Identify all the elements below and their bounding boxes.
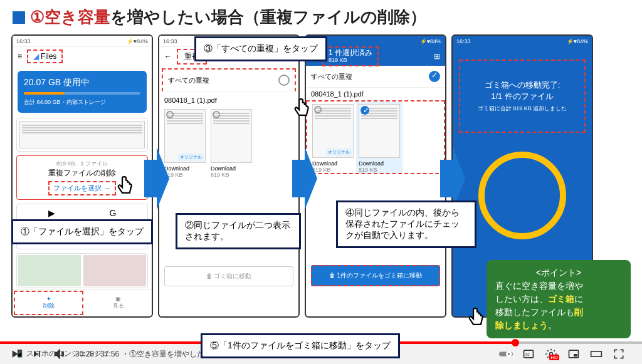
point-line-3: 移動したファイルも削: [495, 306, 622, 319]
size-label: 819 KB: [208, 172, 255, 178]
gpay-icon: G: [110, 208, 117, 218]
broom-icon: ✦: [46, 296, 51, 302]
storage-used: 20.07 GB 使用中: [24, 77, 140, 88]
point-heading: <ポイント>: [495, 266, 622, 279]
storage-bar: [24, 92, 140, 95]
callout-5: ⑤「1件のファイルをゴミ箱に移動」をタップ: [201, 333, 400, 358]
point-line-2: したい方は、ゴミ箱に: [495, 293, 622, 306]
next-button[interactable]: [30, 347, 44, 361]
filename: 080418_1 (1).pdf: [306, 88, 445, 100]
all-dup-label: すべての重複: [311, 72, 352, 81]
hand-pointer-icon: [464, 307, 487, 335]
point-line-1: 直ぐに空き容量を増や: [495, 279, 622, 293]
autoplay-toggle[interactable]: [499, 347, 513, 361]
thumb-2[interactable]: [211, 109, 252, 163]
confirmation-box: ゴミ箱への移動完了: 1/1 件のファイル ゴミ箱に合計 819 KB 追加しま…: [459, 60, 586, 133]
fullscreen-button[interactable]: [612, 347, 626, 361]
selected-count: 1 件選択済み: [329, 49, 372, 57]
original-badge: オリジナル: [178, 153, 204, 161]
thumb-check[interactable]: [166, 111, 174, 118]
svg-text:cc: cc: [525, 352, 530, 356]
thumb-check[interactable]: [213, 111, 220, 118]
point-box: <ポイント> 直ぐに空き容量を増や したい方は、ゴミ箱に 移動したファイルも削 …: [487, 260, 631, 338]
filename: 080418_1 (1).pdf: [159, 94, 298, 107]
status-time: 16:33: [163, 38, 177, 44]
hand-pointer-icon: [113, 175, 135, 203]
svg-rect-6: [574, 354, 577, 356]
callout-1: ①「ファイルを選択」をタップ: [11, 219, 153, 244]
thumb-1[interactable]: オリジナル: [164, 109, 206, 163]
all-duplicates-row[interactable]: すべての重複: [306, 66, 445, 88]
back-icon[interactable]: ←: [164, 52, 172, 61]
media-thumb-2: [83, 255, 146, 286]
media-thumb-1: [18, 255, 81, 286]
thumb-check[interactable]: [360, 106, 369, 115]
statusbar: 16:33 ⚡♥84%: [453, 36, 592, 47]
phone-3: 16:33 ⚡♥84% ✕ 1 件選択済み 819 KB ⊞ すべての重複 08…: [305, 34, 446, 318]
thumbnails-row: オリジナル Download 819 KB Download 819 KB: [159, 107, 298, 178]
trash-button-disabled: 🗑 ゴミ箱に移動: [164, 266, 293, 286]
folder-icon: ▣: [115, 296, 121, 302]
storage-total: 合計 64.00 GB・内部ストレージ: [24, 98, 140, 107]
move-to-trash-button[interactable]: 🗑 1件のファイルをゴミ箱に移動: [311, 265, 440, 286]
appbar: ≡ ◢ Files: [13, 47, 152, 66]
select-all-checkbox[interactable]: [278, 75, 290, 86]
tab-clean[interactable]: ✦ 削除: [14, 291, 83, 315]
play-icon: ▶: [48, 208, 55, 218]
phone-2: 16:33 ⚡♥84% ← 重複 ⊞ すべての重複 080418_1 (1).p…: [158, 34, 300, 318]
done-sub: 1/1 件のファイル: [468, 91, 577, 102]
dup-cta[interactable]: ファイルを選択 →: [48, 181, 115, 195]
header-bullet: [13, 11, 25, 24]
title-rest: を増やしたい場合（重複ファイルの削除）: [110, 6, 426, 28]
tab-browse-label: 見る: [113, 302, 124, 310]
settings-button[interactable]: HD: [544, 347, 558, 361]
thumb-1[interactable]: オリジナル: [312, 104, 354, 158]
svg-rect-7: [591, 351, 602, 356]
status-battery: ⚡♥84%: [420, 38, 441, 44]
nav-bar: [306, 301, 445, 316]
app-title-highlight: ◢ Files: [27, 49, 63, 63]
miniplayer-button[interactable]: [567, 347, 581, 361]
hamburger-icon[interactable]: ≡: [18, 52, 22, 61]
thumb-2-selected[interactable]: [359, 104, 400, 158]
size-label: 819 KB: [310, 167, 356, 173]
folder-label: Download: [356, 160, 403, 167]
tab-clean-label: 削除: [43, 302, 55, 310]
selection-info: 1 件選択済み 819 KB: [322, 46, 379, 66]
callout-3: ③「すべての重複」をタップ: [194, 36, 327, 61]
done-title: ゴミ箱への移動完了:: [468, 80, 577, 91]
video-time: 30:28 / 37:56: [75, 350, 119, 358]
thumbnails-row-highlighted: オリジナル Download 819 KB Download 819 KB: [306, 100, 445, 174]
app-title: Files: [41, 52, 56, 61]
quality-badge: HD: [549, 355, 559, 360]
nav-bar: [159, 301, 298, 316]
media-card[interactable]: [16, 253, 148, 288]
status-battery: ⚡♥84%: [127, 38, 148, 44]
status-battery: ⚡♥84%: [567, 38, 588, 44]
progress-circle: [478, 152, 566, 239]
point-line-4: 除しましょう。: [495, 319, 622, 332]
all-duplicates-row[interactable]: すべての重複: [162, 68, 296, 91]
folder-label: Download: [162, 165, 208, 172]
sort-icon[interactable]: ⊞: [434, 52, 440, 61]
hand-pointer-icon: [290, 98, 312, 125]
volume-button[interactable]: [53, 347, 66, 361]
slide-header: ① 空き容量 を増やしたい場合（重複ファイルの削除）: [0, 0, 642, 34]
dup-meta: 819 KB、1 ファイル: [21, 160, 144, 168]
select-all-checkbox[interactable]: [429, 71, 440, 82]
status-time: 16:33: [16, 38, 31, 44]
folder-label: Download: [208, 165, 255, 172]
tab-browse[interactable]: ▣ 見る: [85, 289, 152, 316]
statusbar: 16:33 ⚡♥84%: [13, 36, 152, 47]
done-detail: ゴミ箱に合計 819 KB 追加しました: [468, 105, 577, 113]
status-time: 16:33: [456, 38, 471, 44]
thumb-check[interactable]: [314, 106, 322, 113]
folder-label: Download: [310, 160, 356, 167]
callout-2: ②同じファイルが二つ表示されます。: [176, 213, 301, 249]
theater-button[interactable]: [589, 347, 603, 361]
storage-card[interactable]: 20.07 GB 使用中 合計 64.00 GB・内部ストレージ: [18, 71, 147, 113]
callout-4: ④同じファイルの内、後から保存されたファイルにチェックが自動で入ります。: [336, 200, 476, 248]
play-button[interactable]: [8, 347, 21, 361]
captions-button[interactable]: cc: [522, 347, 535, 361]
title-red: 空き容量: [45, 6, 110, 28]
